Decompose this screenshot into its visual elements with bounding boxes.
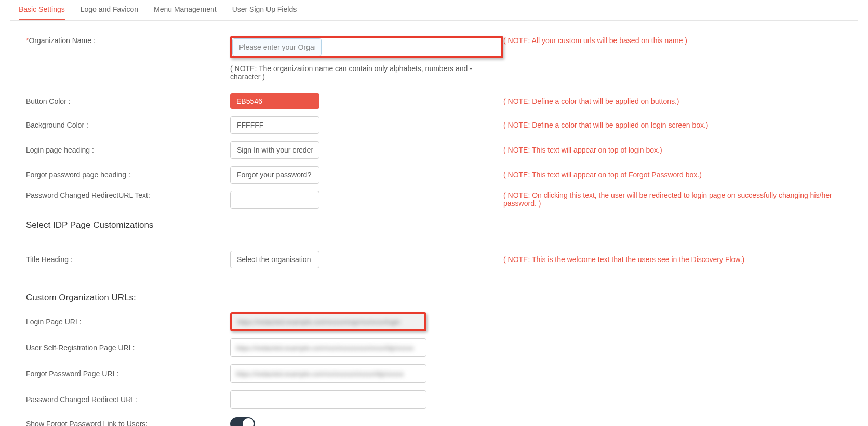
org-name-label: *Organization Name :	[26, 36, 230, 45]
pwd-redirect-text-input[interactable]	[230, 191, 319, 209]
org-name-highlight	[230, 36, 503, 58]
org-name-note-right: ( NOTE: All your custom urls will be bas…	[503, 36, 842, 45]
toggle-knob	[243, 418, 254, 426]
forgot-heading-label: Forgot password page heading :	[26, 171, 230, 179]
form-content: *Organization Name : ( NOTE: The organiz…	[10, 21, 858, 426]
bg-color-input[interactable]	[230, 116, 319, 134]
login-url-label: Login Page URL:	[26, 318, 230, 326]
button-color-swatch[interactable]: EB5546	[230, 93, 319, 109]
title-heading-note: ( NOTE: This is the welcome text that th…	[503, 255, 842, 264]
login-url-value: https://redacted.example.com/xxxxx/orgn/…	[237, 318, 400, 326]
bg-color-label: Background Color :	[26, 121, 230, 129]
self-reg-url-field: https://redacted.example.com/xxx/xxxxxxx…	[230, 338, 426, 357]
show-forgot-label: Show Forgot Password Link to Users:	[26, 420, 230, 426]
login-heading-label: Login page heading :	[26, 146, 230, 154]
tab-logo-favicon[interactable]: Logo and Favicon	[81, 0, 138, 20]
forgot-heading-note: ( NOTE: This text will appear on top of …	[503, 171, 842, 179]
idp-section-header: Select IDP Page Customizations	[26, 220, 842, 230]
button-color-note: ( NOTE: Define a color that will be appl…	[503, 97, 842, 105]
bg-color-note: ( NOTE: Define a color that will be appl…	[503, 121, 842, 129]
divider	[26, 282, 842, 282]
login-url-field: https://redacted.example.com/xxxxx/orgn/…	[230, 312, 426, 331]
tab-menu-management[interactable]: Menu Management	[154, 0, 217, 20]
tabs-bar: Basic Settings Logo and Favicon Menu Man…	[10, 0, 858, 21]
self-reg-url-value: https://redacted.example.com/xxx/xxxxxxx…	[236, 344, 413, 352]
pwd-changed-url-label: Password Changed Redirect URL:	[26, 395, 230, 404]
org-name-note-below: ( NOTE: The organization name can contai…	[230, 64, 503, 81]
pwd-changed-url-field	[230, 390, 426, 409]
forgot-url-value: https://redacted.example.com/xx/xxxxxx/x…	[236, 370, 404, 378]
org-name-input[interactable]	[232, 38, 322, 56]
tab-basic-settings[interactable]: Basic Settings	[19, 0, 65, 20]
show-forgot-toggle[interactable]	[230, 417, 255, 426]
forgot-heading-input[interactable]	[230, 166, 319, 184]
forgot-url-field: https://redacted.example.com/xx/xxxxxx/x…	[230, 364, 426, 383]
tab-user-signup-fields[interactable]: User Sign Up Fields	[232, 0, 297, 20]
self-reg-url-label: User Self-Registration Page URL:	[26, 343, 230, 352]
pwd-redirect-text-label: Password Changed RedirectURL Text:	[26, 191, 230, 199]
title-heading-input[interactable]	[230, 251, 319, 268]
button-color-label: Button Color :	[26, 97, 230, 105]
title-heading-label: Title Heading :	[26, 255, 230, 264]
pwd-redirect-text-note: ( NOTE: On clicking this text, the user …	[503, 191, 842, 208]
forgot-url-label: Forgot Password Page URL:	[26, 369, 230, 378]
urls-section-header: Custom Organization URLs:	[26, 293, 842, 303]
login-heading-input[interactable]	[230, 141, 319, 159]
divider	[26, 240, 842, 240]
login-heading-note: ( NOTE: This text will appear on top of …	[503, 146, 842, 154]
